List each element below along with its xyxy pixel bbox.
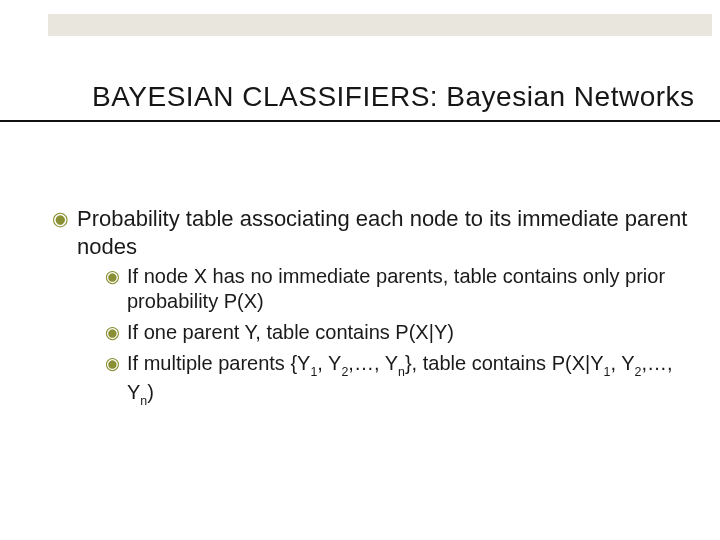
bullet-level2: ◉ If node X has no immediate parents, ta… <box>105 264 690 314</box>
bullet-level1: ◉ Probability table associating each nod… <box>52 205 690 414</box>
bullet-level2: ◉ If multiple parents {Y1, Y2,…, Yn}, ta… <box>105 351 690 408</box>
bullet-text-rich: If multiple parents {Y1, Y2,…, Yn}, tabl… <box>127 351 690 408</box>
text-run: , Y <box>610 352 634 374</box>
subscript-text: 2 <box>341 365 348 379</box>
text-run: , Y <box>317 352 341 374</box>
title-underline <box>0 120 720 122</box>
subscript-text: n <box>398 365 405 379</box>
text-run: }, table contains P(X|Y <box>405 352 604 374</box>
content-area: ◉ Probability table associating each nod… <box>52 205 690 428</box>
subscript-text: n <box>140 394 147 408</box>
text-run: ,…, Y <box>348 352 398 374</box>
bullet-level2: ◉ If one parent Y, table contains P(X|Y) <box>105 320 690 345</box>
slide-title: BAYESIAN CLASSIFIERS: Bayesian Networks <box>0 80 720 114</box>
subscript-text: 1 <box>604 365 611 379</box>
subscript-text: 1 <box>310 365 317 379</box>
decorative-top-band <box>48 14 712 36</box>
bullet-marker-icon: ◉ <box>105 266 120 287</box>
bullet-marker-icon: ◉ <box>105 322 120 343</box>
bullet-text: Probability table associating each node … <box>77 205 690 414</box>
bullet-text-span: Probability table associating each node … <box>77 206 687 259</box>
subscript-text: 2 <box>635 365 642 379</box>
sublist: ◉ If node X has no immediate parents, ta… <box>105 264 690 408</box>
text-run: If multiple parents {Y <box>127 352 310 374</box>
slide: BAYESIAN CLASSIFIERS: Bayesian Networks … <box>0 0 720 540</box>
text-run: ) <box>147 381 154 403</box>
bullet-text: If node X has no immediate parents, tabl… <box>127 264 690 314</box>
bullet-marker-icon: ◉ <box>52 207 69 231</box>
title-block: BAYESIAN CLASSIFIERS: Bayesian Networks <box>0 80 720 122</box>
bullet-marker-icon: ◉ <box>105 353 120 374</box>
bullet-text: If one parent Y, table contains P(X|Y) <box>127 320 690 345</box>
